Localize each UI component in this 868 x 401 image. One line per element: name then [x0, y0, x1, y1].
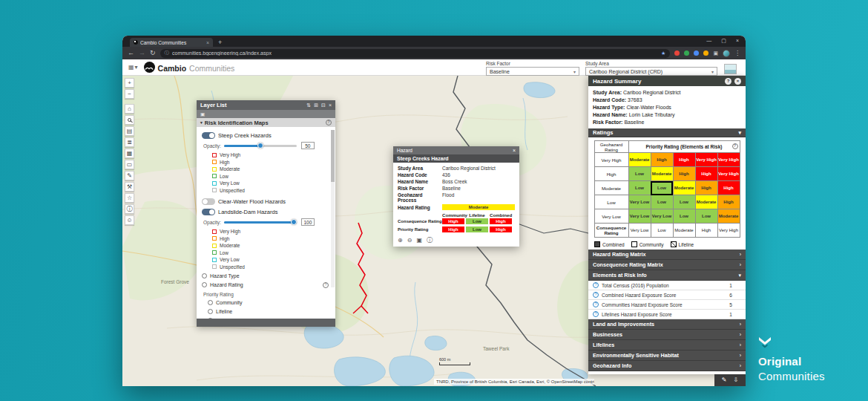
matrix-cell[interactable]: Moderate	[695, 195, 717, 209]
matrix-cell[interactable]: High	[673, 153, 695, 167]
layer-toggle[interactable]	[202, 209, 215, 215]
bookmarks-button[interactable]: ☆	[125, 193, 134, 203]
matrix-cell[interactable]: Very High	[717, 153, 740, 167]
lifeline-swatch[interactable]	[671, 241, 677, 247]
extension-icon[interactable]	[703, 50, 708, 56]
bookmark-star-icon[interactable]: ★	[661, 50, 665, 56]
help-icon[interactable]: ?	[732, 143, 738, 149]
zoom-in-button[interactable]: +	[125, 78, 134, 88]
scrollbar-thumb[interactable]	[331, 130, 335, 182]
apps-menu-button[interactable]: ▦ ▾	[128, 64, 138, 71]
matrix-cell[interactable]: High	[717, 195, 740, 209]
extension-icon[interactable]	[684, 50, 689, 56]
matrix-cell[interactable]: Very High	[717, 167, 740, 181]
accordion-land-improvements[interactable]: Land and Improvements ›	[588, 319, 746, 330]
help-icon[interactable]: ?	[593, 282, 599, 288]
expand-all-icon[interactable]: ⊞	[314, 102, 318, 108]
window-minimize-icon[interactable]: —	[706, 38, 711, 43]
basemap-thumbnail-button[interactable]	[724, 64, 737, 74]
accordion-geohazard-info[interactable]: Geohazard Info ›	[588, 361, 746, 371]
search-button[interactable]	[125, 115, 134, 125]
reload-icon[interactable]: ↻	[150, 50, 156, 56]
lifeline-radio[interactable]	[208, 309, 213, 314]
accordion-hazard-rating-matrix[interactable]: Hazard Rating Matrix ›	[588, 250, 746, 260]
extent-icon[interactable]: ▣	[416, 238, 422, 244]
accordion-businesses[interactable]: Businesses ›	[588, 330, 746, 340]
accordion-elements-at-risk[interactable]: Elements at Risk Info ▾	[588, 270, 746, 281]
measurement-button[interactable]: ▭	[125, 160, 134, 169]
layer-group-header[interactable]: ▾ Risk Identification Maps ?	[197, 118, 335, 127]
scrollbar[interactable]	[331, 130, 335, 287]
info-icon[interactable]: ⓘ	[427, 238, 433, 244]
matrix-cell[interactable]: High	[651, 153, 673, 167]
close-icon[interactable]: ×	[734, 78, 741, 85]
matrix-cell[interactable]: Low	[673, 209, 695, 224]
matrix-cell[interactable]: High	[673, 167, 695, 181]
matrix-cell[interactable]: High	[717, 181, 740, 195]
layer-list-button[interactable]: ▤	[125, 126, 134, 136]
hazard-type-radio[interactable]	[202, 273, 207, 278]
close-icon[interactable]: ×	[329, 102, 332, 108]
community-swatch[interactable]	[631, 241, 637, 247]
site-info-icon[interactable]: ⓘ	[165, 50, 170, 56]
help-icon[interactable]: ?	[326, 120, 332, 125]
sign-in-button[interactable]: ☺	[125, 215, 134, 225]
opacity-slider[interactable]	[224, 221, 297, 224]
matrix-cell[interactable]: Very Low	[628, 195, 651, 209]
help-icon[interactable]: ?	[323, 282, 329, 288]
combined-swatch[interactable]	[594, 241, 600, 247]
close-icon[interactable]: ×	[513, 148, 516, 153]
matrix-cell[interactable]: Low	[695, 209, 717, 224]
matrix-cell[interactable]: Moderate	[628, 153, 651, 167]
layer-toggle[interactable]	[202, 132, 215, 139]
download-icon[interactable]: ⇩	[734, 377, 739, 383]
matrix-cell-selected[interactable]: Low	[651, 181, 673, 195]
legend-button[interactable]: ≣	[125, 137, 134, 147]
matrix-cell[interactable]: High	[695, 181, 717, 195]
help-icon[interactable]: ?	[593, 301, 599, 307]
about-button[interactable]: ⓘ	[125, 204, 134, 214]
tab-close-icon[interactable]: ×	[206, 40, 209, 45]
layer-toggle[interactable]	[202, 198, 215, 205]
move-icon[interactable]: ⇅	[306, 102, 311, 108]
risk-factor-select[interactable]: Baseline ▾	[486, 67, 579, 76]
edit-icon[interactable]: ✎	[722, 377, 727, 383]
hazard-rating-radio[interactable]	[202, 282, 207, 287]
draw-button[interactable]: ✎	[125, 171, 134, 180]
popup-titlebar[interactable]: Hazard ×	[393, 146, 519, 154]
zoom-out-icon[interactable]: ⊖	[407, 238, 412, 244]
layer-list-titlebar[interactable]: Layer List ⇅ ⊞ ⊟ ×	[197, 100, 335, 110]
help-icon[interactable]: ?	[725, 78, 731, 85]
window-close-icon[interactable]: ×	[736, 38, 739, 43]
study-area-select[interactable]: Cariboo Regional District (CRD) ▾	[585, 67, 717, 76]
browser-tab[interactable]: Cambio Communities ×	[130, 38, 213, 47]
accordion-consequence-rating-matrix[interactable]: Consequence Rating Matrix ›	[588, 260, 746, 270]
matrix-cell[interactable]: High	[695, 167, 717, 181]
help-icon[interactable]: ?	[593, 311, 599, 317]
ratings-accordion[interactable]: Ratings ▾	[588, 128, 746, 137]
collapse-all-icon[interactable]: ⊟	[321, 102, 326, 108]
accordion-lifelines[interactable]: Lifelines ›	[588, 340, 746, 351]
matrix-cell[interactable]: Low	[628, 181, 651, 195]
forward-icon[interactable]: →	[139, 50, 145, 56]
browser-menu-icon[interactable]: ⋮	[734, 50, 740, 56]
extension-icon[interactable]	[674, 50, 680, 56]
window-maximize-icon[interactable]: ▢	[721, 38, 726, 43]
panel-icon[interactable]: ▣	[200, 111, 205, 117]
home-button[interactable]: ⌂	[125, 104, 134, 114]
matrix-cell[interactable]: Low	[628, 167, 651, 181]
community-radio[interactable]	[208, 300, 213, 305]
matrix-cell[interactable]: Very High	[695, 153, 717, 167]
accordion-environmentally-sensitive-habitat[interactable]: Environmentally Sensitive Habitat ›	[588, 351, 746, 361]
back-icon[interactable]: ←	[128, 50, 134, 56]
matrix-cell[interactable]: Very Low	[651, 209, 673, 224]
extensions-puzzle-icon[interactable]: ▣	[713, 50, 718, 56]
extension-icon[interactable]	[694, 50, 699, 56]
profile-avatar[interactable]	[723, 50, 730, 57]
matrix-cell[interactable]: Low	[651, 195, 673, 209]
zoom-out-button[interactable]: −	[125, 89, 134, 99]
new-tab-button[interactable]: +	[218, 39, 222, 46]
analysis-tools-button[interactable]: ⚒	[125, 182, 134, 192]
help-icon[interactable]: ?	[593, 292, 599, 298]
matrix-cell[interactable]: Very Low	[628, 209, 651, 224]
